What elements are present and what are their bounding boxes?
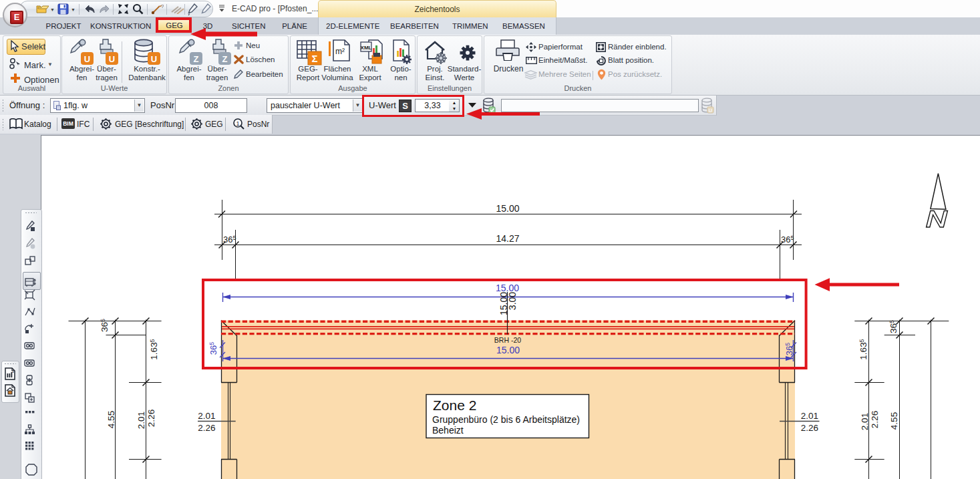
svg-text:Σ: Σ <box>311 53 317 64</box>
svg-text:U: U <box>109 54 115 64</box>
svg-text:Z: Z <box>194 54 199 64</box>
svg-text:XML: XML <box>361 45 372 51</box>
svg-text:?: ? <box>161 3 164 9</box>
svg-text:m²: m² <box>335 47 345 56</box>
svg-text:U: U <box>151 54 157 64</box>
svg-text:U: U <box>709 108 713 114</box>
svg-text:U: U <box>84 54 90 64</box>
svg-text:Z: Z <box>222 54 228 64</box>
svg-text:1: 1 <box>236 120 239 127</box>
